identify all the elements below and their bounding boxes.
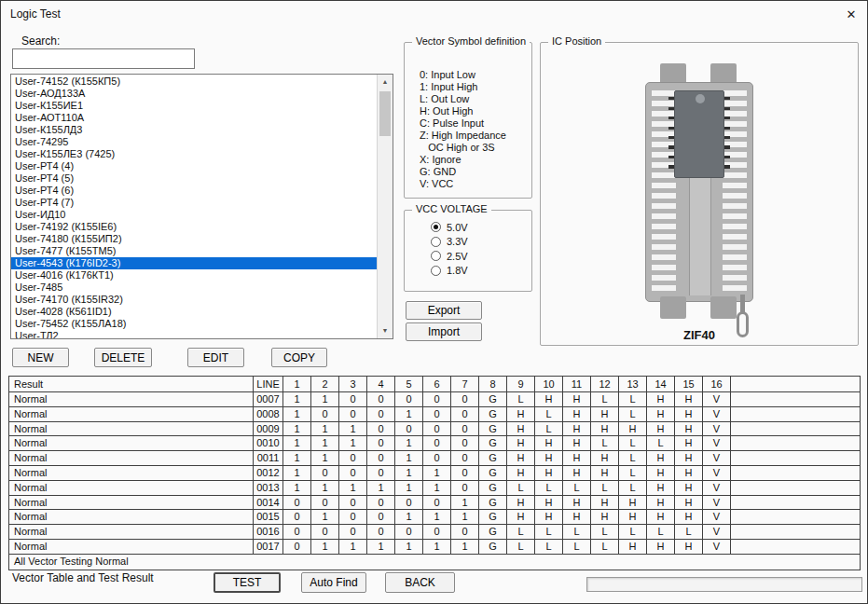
- radio-icon[interactable]: [431, 222, 441, 232]
- list-item[interactable]: User-ТЛ2: [11, 330, 377, 338]
- table-row[interactable]: Normal00101110100GHHHLLLHV: [9, 436, 860, 451]
- list-item[interactable]: User-74152 (К155КП5): [11, 76, 377, 88]
- pin-cell: 0: [339, 510, 367, 524]
- list-item[interactable]: User-74180 (К155ИП2): [11, 233, 377, 245]
- export-button[interactable]: Export: [406, 301, 482, 320]
- pin-cell: L: [563, 540, 591, 554]
- table-row[interactable]: Normal00150100111GHHHHHHHV: [9, 510, 860, 525]
- list-item[interactable]: User-74170 (К155IR32): [11, 294, 377, 306]
- pin-cell: L: [619, 436, 647, 450]
- vcc-option-5.0v[interactable]: 5.0V: [431, 220, 530, 235]
- list-item[interactable]: User-74295: [11, 136, 377, 148]
- pin-cell: H: [591, 496, 619, 510]
- pin-cell: H: [675, 496, 703, 510]
- vector-symbol-line: L: Out Low: [420, 93, 530, 105]
- edit-button[interactable]: EDIT: [187, 348, 244, 367]
- pin-cell: 1: [367, 481, 395, 495]
- table-header-cell: 1: [283, 377, 311, 391]
- pin-cell: L: [507, 392, 535, 406]
- pin-cell: H: [535, 392, 563, 406]
- table-header-row: ResultLINE12345678910111213141516: [9, 377, 860, 392]
- radio-icon[interactable]: [431, 237, 441, 247]
- result-cell: Normal: [9, 451, 254, 465]
- pin-cell: L: [507, 540, 535, 554]
- list-item[interactable]: User-ИД10: [11, 209, 377, 221]
- delete-button[interactable]: DELETE: [94, 348, 152, 367]
- table-row[interactable]: Normal00111100100GHHHHLHHV: [9, 451, 860, 466]
- pin-cell: 0: [395, 525, 423, 539]
- test-button[interactable]: TEST: [214, 572, 281, 593]
- list-item[interactable]: User-АОТ110А: [11, 112, 377, 124]
- list-item[interactable]: User-АОД133А: [11, 88, 377, 100]
- pin-cell: H: [535, 510, 563, 524]
- table-row[interactable]: Normal00091110000GHLHHHHHV: [9, 422, 860, 437]
- auto-find-button[interactable]: Auto Find: [301, 572, 366, 593]
- list-item[interactable]: User-4016 (К176КТ1): [11, 269, 377, 281]
- list-item[interactable]: User-4543 (К176ID2-3): [11, 257, 377, 269]
- vcc-option-1.8v[interactable]: 1.8V: [431, 264, 530, 279]
- import-button[interactable]: Import: [406, 323, 482, 341]
- table-row[interactable]: Normal00121000110GHHHHLHHV: [9, 466, 860, 481]
- table-row[interactable]: Normal00131111110GLLLLLHHV: [9, 481, 860, 496]
- result-cell: Normal: [9, 540, 254, 554]
- back-button[interactable]: BACK: [385, 572, 455, 593]
- table-row[interactable]: Normal00081000100GHLHHLHHV: [9, 407, 860, 422]
- list-item[interactable]: User-РТ4 (7): [11, 197, 377, 209]
- radio-icon[interactable]: [431, 266, 441, 276]
- pin-cell: L: [563, 525, 591, 539]
- pin-cell: 0: [395, 422, 423, 436]
- pin-cell: 1: [311, 422, 339, 436]
- close-icon[interactable]: ✕: [841, 5, 861, 25]
- list-item[interactable]: User-74192 (К155IE6): [11, 221, 377, 233]
- scroll-down-icon[interactable]: ▼: [378, 323, 393, 338]
- pin-cell: H: [675, 436, 703, 450]
- pin-cell: 0: [367, 496, 395, 510]
- pin-cell: H: [647, 540, 675, 554]
- copy-button[interactable]: COPY: [271, 348, 327, 367]
- pin-cell: 1: [395, 510, 423, 524]
- list-item[interactable]: User-75452 (К155ЛА18): [11, 318, 377, 330]
- list-item[interactable]: User-РТ4 (4): [11, 160, 377, 172]
- list-item[interactable]: User-К155ЛЕ3 (7425): [11, 148, 377, 160]
- pin-cell: H: [507, 436, 535, 450]
- table-row[interactable]: Normal00140000001GHHHHHHHV: [9, 496, 860, 511]
- list-item[interactable]: User-4028 (К561ID1): [11, 306, 377, 318]
- list-item[interactable]: User-К155ЛД3: [11, 124, 377, 136]
- pin-cell: H: [619, 496, 647, 510]
- new-button[interactable]: NEW: [12, 348, 69, 367]
- table-header-cell: 16: [703, 377, 731, 391]
- device-listbox[interactable]: User-74152 (К155КП5)User-АОД133АUser-К15…: [10, 74, 393, 339]
- filler-cell: [731, 392, 860, 406]
- result-cell: Normal: [9, 481, 254, 495]
- vcc-option-3.3v[interactable]: 3.3V: [431, 235, 530, 250]
- filler-cell: [731, 525, 860, 539]
- list-item[interactable]: User-К155ИЕ1: [11, 100, 377, 112]
- list-item[interactable]: User-РТ4 (5): [11, 172, 377, 185]
- pin-cell: 1: [283, 451, 311, 465]
- radio-icon[interactable]: [431, 251, 441, 261]
- list-item[interactable]: User-7477 (К155ТМ5): [11, 245, 377, 257]
- pin-cell: L: [535, 422, 563, 436]
- scroll-up-icon[interactable]: ▲: [378, 75, 393, 89]
- pin-cell: 0: [423, 451, 451, 465]
- pin-cell: G: [479, 436, 507, 450]
- pin-cell: 1: [311, 392, 339, 406]
- scrollbar-thumb[interactable]: [379, 91, 391, 136]
- pin-cell: 1: [311, 451, 339, 465]
- pin-cell: 1: [283, 466, 311, 480]
- pin-cell: 0: [339, 496, 367, 510]
- table-row[interactable]: Normal00170111111GLLLLHHHV: [9, 540, 860, 555]
- pin-cell: L: [619, 407, 647, 421]
- table-row[interactable]: Normal00071100000GLHHLLHHV: [9, 392, 860, 407]
- vcc-option-2.5v[interactable]: 2.5V: [431, 249, 530, 264]
- list-item[interactable]: User-7485: [11, 281, 377, 294]
- search-input[interactable]: [12, 48, 195, 69]
- list-scrollbar[interactable]: ▲ ▼: [377, 75, 393, 338]
- pin-cell: 0: [311, 525, 339, 539]
- pin-cell: 1: [311, 481, 339, 495]
- table-row[interactable]: Normal00160000000GLLLLLLLV: [9, 525, 860, 540]
- pin-cell: G: [479, 392, 507, 406]
- list-item[interactable]: User-РТ4 (6): [11, 185, 377, 197]
- pin-cell: H: [535, 466, 563, 480]
- vector-symbol-groupbox: Vector Symbol definition 0: Input Low1: …: [404, 42, 532, 199]
